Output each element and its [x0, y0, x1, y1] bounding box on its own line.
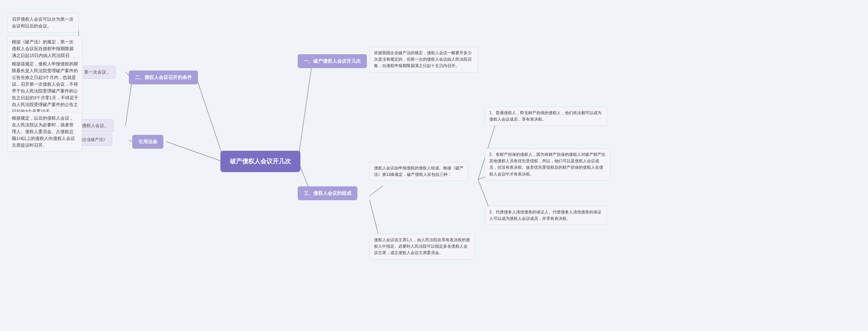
text-times: 依据我国企业破产法的规定，债权人会议一般要开多少次是没有规定的，但第一次的债权人… [370, 47, 478, 73]
center-node: 破产债权人会议开几次 [220, 151, 300, 172]
svg-line-0 [197, 79, 224, 159]
svg-line-8 [129, 140, 132, 142]
svg-line-9 [298, 64, 312, 158]
text-first-meeting-detail: 根据该规定，债权人申报债权的期限最长是人民法院受理破产案件的公告生效之日起3个月… [7, 58, 83, 118]
r1-composition: 三、债权人会议的组成 [298, 186, 357, 200]
text-later-meeting: 根据规定，以后的债权人会议，在人民法院认为必要时，或者管理人、债权人委员会、占债… [7, 112, 82, 152]
text-first-meeting-call: 召开债权人会议可以分为第一次会议和以后的会议。 [7, 13, 79, 33]
svg-line-12 [370, 186, 383, 196]
text-composition-main: 债权人会议由申报债权的债权人组成。根据《破产法》第13条规定，破产债权人应包括三… [370, 162, 468, 181]
svg-line-3 [125, 79, 132, 126]
text-comp1: 1、普通债权人，即无财产担保的债权人，他们依法都可以成为债权人会议成员，享有表决… [485, 107, 607, 126]
text-comp2: 2、有财产担保的债权人，因为有财产担保的债权人对破产财产比其他债权人员有优先受偿… [485, 148, 610, 181]
l1-citation: 引用法条 [132, 135, 163, 149]
r1-times: 一、破产债权人会议开几次 [298, 54, 367, 68]
text-comp3: 3、代替债务人清偿债务的保证人、代替债务人清偿债务的保证人可以成为债权人会议成员… [485, 206, 607, 225]
svg-line-1 [166, 142, 224, 162]
text-chair: 债权人会议设主席1人，由人民法院在享有表决权的债权人中指定。必要时人民法院可以指… [370, 234, 475, 260]
l1-conditions: 二、债权人会议召开的条件 [129, 70, 198, 84]
